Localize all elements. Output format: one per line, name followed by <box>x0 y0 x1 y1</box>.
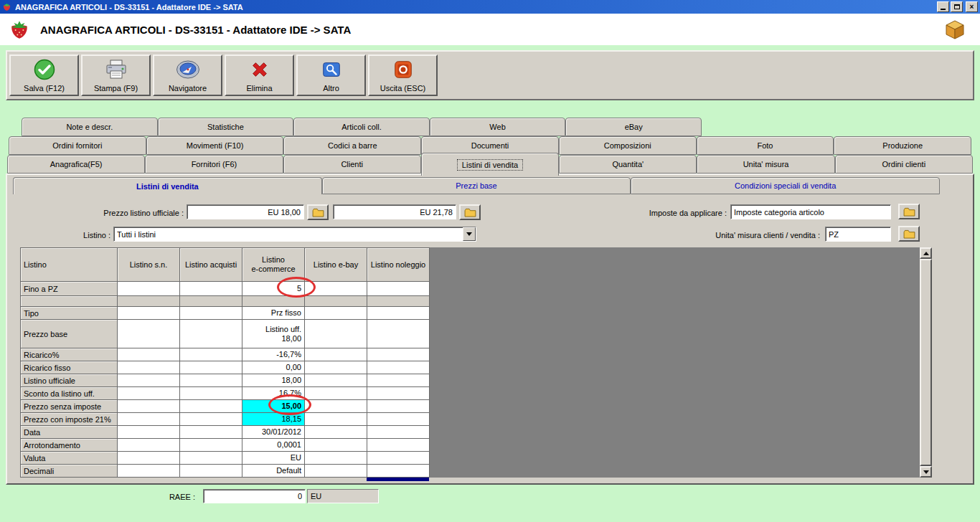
table-cell[interactable] <box>180 452 242 465</box>
table-cell[interactable] <box>180 400 242 413</box>
listino-select[interactable] <box>113 227 476 242</box>
table-cell[interactable] <box>180 296 242 307</box>
table-cell[interactable]: -16,7% <box>242 348 305 361</box>
table-cell[interactable]: 16,7% <box>242 387 305 400</box>
table-cell[interactable] <box>367 413 430 426</box>
table-cell[interactable] <box>305 452 367 465</box>
tab-unita-misura[interactable]: Unita' misura <box>697 155 834 174</box>
tab-movimenti[interactable]: Movimenti (F10) <box>146 136 284 155</box>
table-cell[interactable] <box>180 387 242 400</box>
table-cell[interactable] <box>305 374 367 387</box>
delete-button[interactable]: Elimina <box>225 54 294 96</box>
table-cell[interactable] <box>180 374 242 387</box>
unita-lookup-button[interactable] <box>898 226 920 242</box>
listino-select-value[interactable] <box>114 227 463 241</box>
raee-input[interactable] <box>203 489 306 503</box>
prezzo-listino-input-2[interactable] <box>333 204 456 219</box>
save-button[interactable]: Salva (F12) <box>9 54 79 96</box>
table-cell[interactable] <box>305 320 367 348</box>
table-cell[interactable] <box>118 320 180 348</box>
table-cell[interactable]: 0,00 <box>242 361 305 374</box>
subtab-condizioni-speciali[interactable]: Condizioni speciali di vendita <box>631 177 940 194</box>
table-cell[interactable] <box>180 348 242 361</box>
table-cell[interactable]: 5 <box>242 282 305 296</box>
tab-articoli-coll[interactable]: Articoli coll. <box>293 118 430 136</box>
table-cell[interactable]: 18,15 <box>242 413 305 426</box>
tab-listini-di-vendita[interactable]: Listini di vendita <box>421 153 559 176</box>
print-button[interactable]: Stampa (F9) <box>81 54 151 96</box>
tab-quantita[interactable]: Quantita' <box>559 155 697 174</box>
table-cell[interactable]: 18,00 <box>242 374 305 387</box>
tab-note-e-descr[interactable]: Note e descr. <box>22 118 158 136</box>
table-cell[interactable]: Listino uff. 18,00 <box>242 320 305 348</box>
maximize-button[interactable] <box>951 1 963 12</box>
table-cell[interactable] <box>118 348 180 361</box>
table-cell[interactable] <box>305 348 367 361</box>
table-cell[interactable] <box>367 307 430 320</box>
table-cell[interactable] <box>305 400 367 413</box>
tab-foto[interactable]: Foto <box>697 136 834 155</box>
table-cell[interactable] <box>118 426 180 439</box>
table-cell[interactable] <box>305 387 367 400</box>
table-cell[interactable] <box>180 361 242 374</box>
table-cell[interactable] <box>367 374 430 387</box>
prezzo-listino-input-1[interactable] <box>187 204 304 219</box>
table-cell[interactable] <box>367 465 430 478</box>
prezzo-lookup-button-1[interactable] <box>307 204 329 220</box>
tab-web[interactable]: Web <box>430 118 566 136</box>
table-cell[interactable] <box>118 296 180 307</box>
tab-fornitori[interactable]: Fornitori (F6) <box>145 155 283 174</box>
tab-produzione[interactable]: Produzione <box>834 136 971 155</box>
imposte-lookup-button[interactable] <box>898 204 920 219</box>
table-cell[interactable] <box>118 400 180 413</box>
table-cell[interactable] <box>367 439 430 452</box>
table-cell[interactable]: EU <box>242 452 305 465</box>
tab-statistiche[interactable]: Statistiche <box>158 118 294 136</box>
tab-ordini-fornitori[interactable]: Ordini fornitori <box>9 136 146 155</box>
scroll-up-button[interactable] <box>920 247 932 259</box>
table-cell[interactable]: 15,00 <box>242 400 305 413</box>
table-cell[interactable] <box>305 307 367 320</box>
table-cell[interactable] <box>367 361 430 374</box>
table-cell[interactable] <box>180 439 242 452</box>
tab-composizioni[interactable]: Composizioni <box>559 136 697 155</box>
prezzo-lookup-button-2[interactable] <box>459 204 481 220</box>
tab-codici-a-barre[interactable]: Codici a barre <box>283 136 421 155</box>
other-button[interactable]: Altro <box>296 54 366 96</box>
subtab-prezzi-base[interactable]: Prezzi base <box>322 177 631 194</box>
table-cell[interactable] <box>367 426 430 439</box>
package-icon[interactable] <box>943 18 967 41</box>
table-cell[interactable] <box>305 361 367 374</box>
table-cell[interactable]: 30/01/2012 <box>242 426 305 439</box>
table-cell[interactable] <box>180 413 242 426</box>
chevron-down-icon[interactable] <box>463 227 476 241</box>
table-cell[interactable] <box>367 387 430 400</box>
titlebar[interactable]: ANAGRAFICA ARTICOLI - DS-33151 - Adattat… <box>0 0 980 14</box>
table-cell[interactable]: 0,0001 <box>242 439 305 452</box>
table-cell[interactable] <box>118 361 180 374</box>
table-cell[interactable] <box>367 320 430 348</box>
tab-ebay[interactable]: eBay <box>565 118 702 136</box>
table-cell[interactable]: Default <box>242 465 305 478</box>
minimize-button[interactable] <box>937 1 949 12</box>
scroll-down-button[interactable] <box>920 466 932 478</box>
subtab-listini-di-vendita[interactable]: Listini di vendita <box>13 177 322 194</box>
table-cell[interactable] <box>118 452 180 465</box>
table-cell[interactable] <box>305 439 367 452</box>
table-cell[interactable] <box>305 296 367 307</box>
table-cell[interactable] <box>305 413 367 426</box>
table-cell[interactable] <box>367 400 430 413</box>
imposte-input[interactable] <box>730 204 891 219</box>
unita-misura-input[interactable] <box>825 227 891 242</box>
navigator-button[interactable]: Navigatore <box>153 54 222 96</box>
table-cell[interactable] <box>180 307 242 320</box>
table-cell[interactable] <box>242 296 305 307</box>
table-cell[interactable] <box>180 465 242 478</box>
tab-ordini-clienti[interactable]: Ordini clienti <box>835 155 973 174</box>
table-cell[interactable] <box>305 282 367 296</box>
table-cell[interactable] <box>118 387 180 400</box>
table-cell[interactable] <box>367 452 430 465</box>
table-cell[interactable] <box>305 426 367 439</box>
table-cell[interactable] <box>305 465 367 478</box>
table-cell[interactable]: Prz fisso <box>242 307 305 320</box>
